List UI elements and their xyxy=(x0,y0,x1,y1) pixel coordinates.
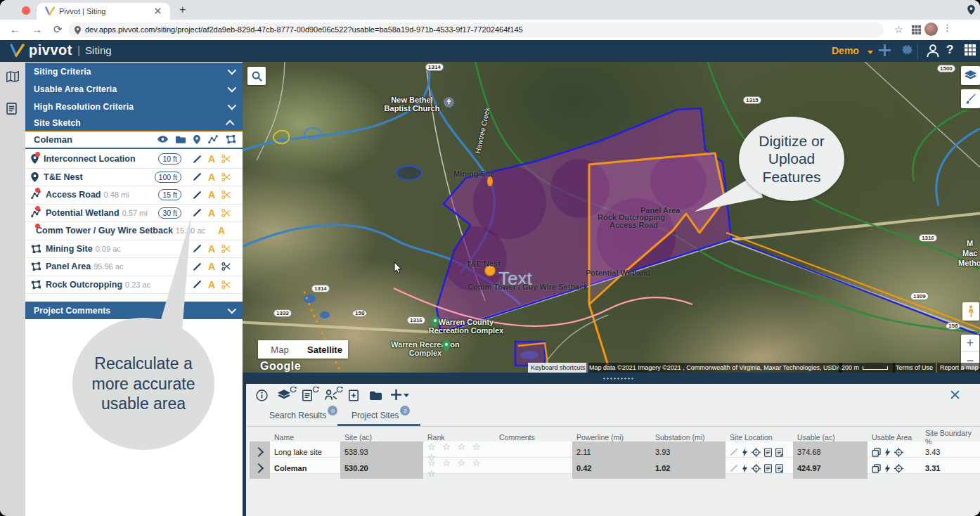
copy-icon[interactable] xyxy=(872,448,881,457)
info-icon[interactable] xyxy=(256,389,268,401)
help-button[interactable]: ? xyxy=(946,43,953,57)
document-check-icon[interactable] xyxy=(775,464,783,473)
terms-of-use-link[interactable]: Terms of Use xyxy=(893,363,936,373)
te-nest-point[interactable] xyxy=(485,266,495,276)
extensions-icon[interactable] xyxy=(912,25,921,34)
section-usable-area-criteria[interactable]: Usable Area Criteria xyxy=(25,80,243,98)
document-icon[interactable] xyxy=(764,464,772,473)
environment-dropdown[interactable]: Demo xyxy=(832,45,873,56)
add-line-icon[interactable] xyxy=(208,134,218,144)
buffer-pill[interactable]: 100 ft xyxy=(155,172,181,183)
target-icon[interactable] xyxy=(752,448,761,457)
settings-gear-icon[interactable] xyxy=(901,44,913,56)
label-style-icon[interactable]: A xyxy=(208,207,215,219)
add-project-icon[interactable] xyxy=(879,44,891,56)
site-name[interactable]: Coleman xyxy=(270,458,340,479)
comments-value[interactable] xyxy=(495,458,572,479)
window-close-button[interactable] xyxy=(22,6,30,15)
cut-scissors-icon[interactable] xyxy=(221,154,231,164)
bolt-icon[interactable] xyxy=(884,448,891,457)
rank-stars[interactable]: ☆ ☆ ☆ ☆ ☆ xyxy=(423,458,495,479)
bolt-icon[interactable] xyxy=(742,464,748,473)
window-pin-icon[interactable] xyxy=(967,5,975,15)
tab-close-icon[interactable] xyxy=(155,8,161,14)
tab-project-sites[interactable]: Project Sites 2 xyxy=(352,411,399,420)
mining-site-point[interactable] xyxy=(487,176,493,186)
section-site-sketch[interactable]: Site Sketch xyxy=(25,115,243,132)
add-document-icon[interactable] xyxy=(349,389,359,401)
new-tab-button[interactable]: + xyxy=(179,4,186,16)
target-icon[interactable] xyxy=(894,448,903,457)
browser-tab[interactable]: Pivvot | Siting xyxy=(37,3,170,20)
copy-icon[interactable] xyxy=(872,464,881,473)
label-style-icon[interactable]: A xyxy=(208,261,215,272)
add-feature-icon[interactable] xyxy=(391,389,401,400)
feature-row-access-road[interactable]: Access Road 0.48 mi 15 ft A xyxy=(25,186,243,205)
feature-row-panel-area[interactable]: Panel Area 95.96 ac A xyxy=(25,258,243,276)
feature-row-mining-site[interactable]: Mining Site 0.09 ac A xyxy=(25,240,243,259)
back-button[interactable]: ← xyxy=(10,23,20,35)
document-icon[interactable] xyxy=(764,448,772,457)
bolt-icon[interactable] xyxy=(884,464,891,473)
feature-row-interconnect-location[interactable]: Interconnect Location 10 ft A xyxy=(25,150,243,169)
label-style-icon[interactable]: A xyxy=(218,225,225,236)
row-expander[interactable] xyxy=(250,458,270,479)
label-style-icon[interactable]: A xyxy=(208,243,215,254)
feature-row-rock-outcropping[interactable]: Rock Outcropping 0.23 ac A xyxy=(25,276,243,295)
section-high-resolution-criteria[interactable]: High Resolution Criteria xyxy=(25,98,243,115)
cut-scissors-icon[interactable] xyxy=(221,262,231,271)
cut-scissors-icon[interactable] xyxy=(221,244,231,254)
label-style-icon[interactable]: A xyxy=(208,172,215,183)
feature-row-te-nest[interactable]: T&E Nest 100 ft A xyxy=(25,169,243,187)
drag-handle[interactable] xyxy=(602,377,633,380)
document-check-icon[interactable] xyxy=(775,448,783,457)
buffer-pill[interactable]: 15 ft xyxy=(158,189,181,200)
section-siting-criteria[interactable]: Siting Criteria xyxy=(25,63,243,80)
panel-resize-strip[interactable] xyxy=(243,373,980,384)
draw-style-button[interactable] xyxy=(961,89,980,108)
target-icon[interactable] xyxy=(752,464,761,473)
reload-button[interactable]: ⟳ xyxy=(53,23,63,36)
apps-grid-icon[interactable] xyxy=(965,44,976,56)
map-layers-nav-icon[interactable] xyxy=(6,71,19,82)
feature-row-potential-wetland[interactable]: Potential Wetland 0.57 mi 30 ft A xyxy=(25,205,243,223)
sync-layers-icon[interactable] xyxy=(278,389,290,401)
cut-scissors-icon[interactable] xyxy=(221,172,231,182)
report-map-error-link[interactable]: Report a map error xyxy=(937,363,980,373)
layer-switcher-button[interactable] xyxy=(961,66,980,85)
bolt-icon[interactable] xyxy=(742,448,748,457)
section-project-comments[interactable]: Project Comments xyxy=(25,302,243,319)
map-search-button[interactable] xyxy=(247,67,266,85)
sync-report-icon[interactable] xyxy=(302,389,312,401)
profile-avatar[interactable] xyxy=(924,22,938,36)
report-nav-icon[interactable] xyxy=(6,103,17,115)
table-row-long-lake-site[interactable]: Long lake site 538.93 ☆ ☆ ☆ ☆ ☆ 2.11 3.9… xyxy=(250,441,980,458)
label-style-icon[interactable]: A xyxy=(208,279,215,290)
label-style-icon[interactable]: A xyxy=(208,189,215,200)
target-icon[interactable] xyxy=(894,464,903,473)
bookmark-star-icon[interactable]: ☆ xyxy=(894,24,903,35)
chrome-menu-icon[interactable]: ⋮ xyxy=(943,22,952,33)
forward-button[interactable]: → xyxy=(32,23,42,35)
close-panel-icon[interactable] xyxy=(950,390,960,399)
url-text[interactable]: dev.apps.pivvot.com/siting/project/af2da… xyxy=(85,25,872,34)
zoom-in-button[interactable]: + xyxy=(961,335,979,352)
map-type-satellite-button[interactable]: Satellite xyxy=(297,340,348,359)
tab-search-results[interactable]: Search Results 0 xyxy=(269,411,326,420)
edit-pencil-icon[interactable] xyxy=(730,448,738,456)
folder-icon[interactable] xyxy=(370,391,382,400)
feature-row-comm-tower[interactable]: Comm Tower / Guy Wire Setback 15.30 ac A xyxy=(25,222,243,240)
cut-scissors-icon[interactable] xyxy=(221,280,231,290)
edit-pencil-icon[interactable] xyxy=(193,191,202,200)
cut-scissors-icon[interactable] xyxy=(221,190,231,200)
label-style-icon[interactable]: A xyxy=(208,153,215,165)
keyboard-shortcuts-link[interactable]: Keyboard shortcuts xyxy=(528,363,588,373)
map-canvas[interactable]: New Bethel Baptist Church Warren County … xyxy=(243,62,980,373)
user-account-icon[interactable] xyxy=(927,44,939,57)
add-polygon-icon[interactable] xyxy=(226,134,236,144)
edit-pencil-icon[interactable] xyxy=(193,155,202,164)
edit-pencil-icon[interactable] xyxy=(193,172,202,181)
street-view-pegman[interactable] xyxy=(962,302,979,321)
table-row-coleman[interactable]: Coleman 530.20 ☆ ☆ ☆ ☆ ☆ 0.42 1.02 424.9… xyxy=(250,458,980,474)
folder-icon[interactable] xyxy=(176,136,186,143)
